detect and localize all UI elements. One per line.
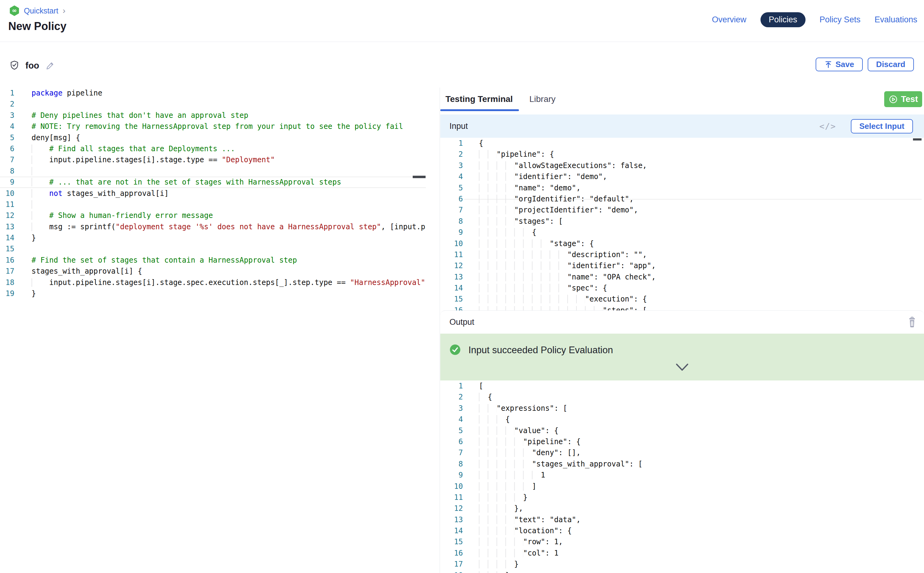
code-line[interactable]: 1[ (440, 380, 924, 391)
code-line[interactable]: 16 "steps": [ (440, 305, 924, 310)
code-line[interactable]: 9 # ... that are not in the set of stage… (0, 177, 440, 188)
code-line[interactable]: 18 input.pipeline.stages[i].stage.spec.e… (0, 277, 440, 288)
policy-code-editor[interactable]: 1package pipeline23# Deny pipelines that… (0, 88, 440, 573)
code-line[interactable]: 11 } (440, 492, 924, 503)
code-line[interactable]: 19} (0, 288, 440, 299)
code-line[interactable]: 2 { (440, 391, 924, 402)
code-line[interactable]: 11 (0, 199, 440, 210)
input-cursor-overview-mark (913, 138, 922, 141)
token-plain: "location": { (514, 526, 572, 535)
nav-tab-evaluations[interactable]: Evaluations (874, 12, 917, 27)
code-line[interactable]: 5 "name": "demo", (440, 182, 924, 193)
code-line[interactable]: 7 "projectIdentifier": "demo", (440, 205, 924, 216)
code-line[interactable]: 2 (0, 99, 440, 110)
code-line[interactable]: 16 "col": 1 (440, 548, 924, 559)
code-line[interactable]: 18 } (440, 570, 924, 573)
line-number: 4 (0, 121, 14, 132)
indent-guides (479, 426, 514, 435)
code-line[interactable]: 13 "text": "data", (440, 514, 924, 525)
token-plain: "steps": [ (603, 306, 647, 310)
nav-tab-policies[interactable]: Policies (761, 12, 805, 27)
code-view-icon[interactable]: </> (819, 122, 836, 131)
code-line[interactable]: 6 "pipeline": { (440, 436, 924, 447)
save-button[interactable]: Save (816, 58, 863, 71)
select-input-button[interactable]: Select Input (851, 119, 913, 133)
line-text: stages_with_approval[i] { (14, 266, 142, 277)
code-line[interactable]: 15 "row": 1, (440, 536, 924, 547)
line-number: 4 (440, 414, 463, 425)
line-text: }, (463, 503, 523, 514)
code-line[interactable]: 7 input.pipeline.stages[i].stage.type ==… (0, 154, 440, 165)
code-line[interactable]: 10 not stages_with_approval[i] (0, 188, 440, 199)
code-line[interactable]: 12 }, (440, 503, 924, 514)
code-line[interactable]: 8 (0, 166, 440, 177)
code-line[interactable]: 11 "description": "", (440, 249, 924, 260)
indent-guides (31, 211, 49, 220)
code-line[interactable]: 16# Find the set of stages that contain … (0, 255, 440, 266)
discard-button[interactable]: Discard (868, 58, 914, 71)
breadcrumb-project-link[interactable]: Quickstart (24, 6, 58, 15)
indent-guides (479, 515, 514, 524)
code-line[interactable]: 14 "location": { (440, 525, 924, 536)
indent-guides (31, 278, 49, 287)
code-line[interactable]: 12 # Show a human-friendly error message (0, 210, 440, 221)
code-line[interactable]: 17 } (440, 559, 924, 570)
nav-tab-overview[interactable]: Overview (712, 12, 746, 27)
code-line[interactable]: 14 "spec": { (440, 283, 924, 294)
indent-guides (31, 167, 49, 175)
expand-details-chevron-icon[interactable] (675, 363, 689, 372)
code-line[interactable]: 1package pipeline (0, 88, 440, 99)
code-line[interactable]: 6 "orgIdentifier": "default", (440, 193, 924, 205)
terminal-tabs: Testing Terminal Library Test (440, 88, 924, 114)
output-json-code: 1[2 {3 "expressions": [4 {5 "value": {6 … (440, 380, 924, 573)
clear-output-trash-icon[interactable] (907, 316, 917, 328)
code-line[interactable]: 5 "value": { (440, 425, 924, 436)
line-text: [ (463, 380, 483, 391)
code-line[interactable]: 10 "stage": { (440, 238, 924, 249)
code-line[interactable]: 4 { (440, 414, 924, 425)
line-text: "description": "", (463, 249, 647, 260)
code-line[interactable]: 15 "execution": { (440, 294, 924, 305)
code-line[interactable]: 3 "allowStageExecutions": false, (440, 160, 924, 171)
input-json-editor[interactable]: 1{2 "pipeline": {3 "allowStageExecutions… (440, 138, 924, 310)
line-number: 5 (440, 182, 463, 193)
edit-name-pencil-icon[interactable] (45, 61, 55, 71)
nav-tab-policy-sets[interactable]: Policy Sets (820, 12, 861, 27)
code-line[interactable]: 3 "expressions": [ (440, 403, 924, 414)
code-line[interactable]: 1{ (440, 138, 924, 149)
tab-testing-terminal[interactable]: Testing Terminal (445, 94, 513, 104)
code-line[interactable]: 6 # Find all stages that are Deployments… (0, 143, 440, 154)
line-text: msg := sprintf("deployment stage '%s' do… (14, 221, 425, 232)
code-line[interactable]: 8 "stages_with_approval": [ (440, 459, 924, 470)
token-plain: "allowStageExecutions": false, (514, 161, 647, 170)
code-line[interactable]: 10 ] (440, 481, 924, 492)
output-json-viewer[interactable]: 1[2 {3 "expressions": [4 {5 "value": {6 … (440, 380, 924, 573)
input-section-title: Input (449, 122, 468, 131)
line-text: ] (463, 481, 536, 492)
indent-guides (479, 217, 514, 225)
code-line[interactable]: 14} (0, 232, 440, 243)
token-plain: , [input.p (381, 222, 426, 231)
code-line[interactable]: 15 (0, 243, 440, 254)
code-line[interactable]: 7 "deny": [], (440, 447, 924, 458)
tab-library[interactable]: Library (529, 94, 556, 104)
code-line[interactable]: 2 "pipeline": { (440, 149, 924, 160)
code-line[interactable]: 3# Deny pipelines that don't have an app… (0, 110, 440, 121)
code-line[interactable]: 9 { (440, 227, 924, 238)
code-line[interactable]: 9 1 (440, 470, 924, 481)
line-text: "projectIdentifier": "demo", (463, 205, 638, 216)
code-line[interactable]: 8 "stages": [ (440, 216, 924, 227)
token-plain: deny[msg] { (31, 133, 80, 142)
code-line[interactable]: 12 "identifier": "app", (440, 260, 924, 271)
line-text: } (14, 232, 36, 243)
code-line[interactable]: 4 "identifier": "demo", (440, 171, 924, 182)
code-line[interactable]: 17stages_with_approval[i] { (0, 266, 440, 277)
code-line[interactable]: 13 "name": "OPA check", (440, 271, 924, 283)
indent-guides (31, 155, 49, 164)
code-line[interactable]: 5deny[msg] { (0, 132, 440, 143)
code-line[interactable]: 4# NOTE: Try removing the HarnessApprova… (0, 121, 440, 132)
code-line[interactable]: 13 msg := sprintf("deployment stage '%s'… (0, 221, 440, 232)
test-button[interactable]: Test (884, 91, 922, 107)
top-nav-tabs: OverviewPoliciesPolicy SetsEvaluations (712, 12, 917, 27)
indent-guides (479, 537, 523, 546)
